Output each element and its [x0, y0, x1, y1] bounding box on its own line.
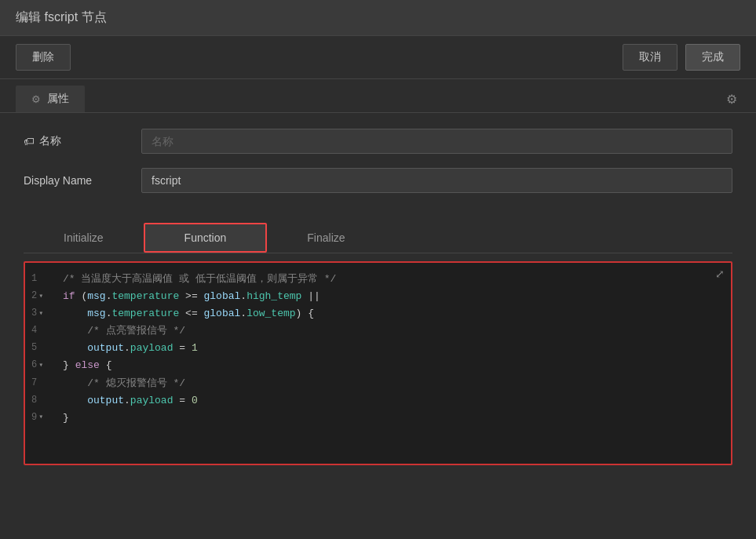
panel-header: 编辑 fscript 节点	[0, 0, 756, 36]
display-name-row: Display Name	[24, 168, 732, 193]
code-line-7: 7 /* 熄灭报警信号 */	[25, 375, 731, 392]
code-line-3: 3 ▾ msg.temperature <= global.low_temp) …	[25, 305, 731, 322]
code-line-6: 6 ▾ } else {	[25, 357, 731, 374]
panel: 编辑 fscript 节点 删除 取消 完成 ⚙ 属性 ⚙ 🏷 名称 Displ…	[0, 0, 756, 539]
expand-icon[interactable]: ⤢	[715, 268, 725, 280]
code-editor-wrapper: ⤢ 1 /* 当温度大于高温阈值 或 低于低温阈值，则属于异常 */ 2 ▾ i…	[24, 261, 732, 465]
code-editor[interactable]: 1 /* 当温度大于高温阈值 或 低于低温阈值，则属于异常 */ 2 ▾ if …	[25, 263, 731, 435]
code-line-1: 1 /* 当温度大于高温阈值 或 低于低温阈值，则属于异常 */	[25, 271, 731, 288]
props-tabbar: ⚙ 属性 ⚙	[0, 79, 756, 113]
name-label: 🏷 名称	[24, 134, 141, 148]
toolbar: 删除 取消 完成	[0, 36, 756, 79]
tab-finalize[interactable]: Finalize	[267, 224, 385, 252]
tab-initialize[interactable]: Initialize	[24, 224, 144, 252]
delete-button[interactable]: 删除	[16, 44, 71, 71]
form-area: 🏷 名称 Display Name	[0, 113, 756, 223]
name-input[interactable]	[141, 129, 732, 154]
settings-gear-icon[interactable]: ⚙	[723, 89, 740, 110]
properties-tab-label: 属性	[47, 92, 69, 106]
code-line-9: 9 ▾ }	[25, 410, 731, 427]
cancel-button[interactable]: 取消	[623, 44, 677, 71]
code-tabs: Initialize Function Finalize	[24, 223, 732, 253]
display-name-input[interactable]	[141, 168, 732, 193]
tag-icon: 🏷	[24, 135, 35, 147]
code-line-5: 5 output.payload = 1	[25, 340, 731, 357]
tab-function[interactable]: Function	[144, 223, 268, 253]
code-line-8: 8 output.payload = 0	[25, 392, 731, 410]
code-line-2: 2 ▾ if (msg.temperature >= global.high_t…	[25, 288, 731, 305]
properties-tab[interactable]: ⚙ 属性	[16, 86, 85, 112]
name-row: 🏷 名称	[24, 129, 732, 154]
display-name-label: Display Name	[24, 174, 141, 187]
gear-icon: ⚙	[31, 93, 41, 105]
done-button[interactable]: 完成	[685, 44, 740, 71]
code-line-4: 4 /* 点亮警报信号 */	[25, 322, 731, 340]
panel-title: 编辑 fscript 节点	[16, 10, 107, 24]
